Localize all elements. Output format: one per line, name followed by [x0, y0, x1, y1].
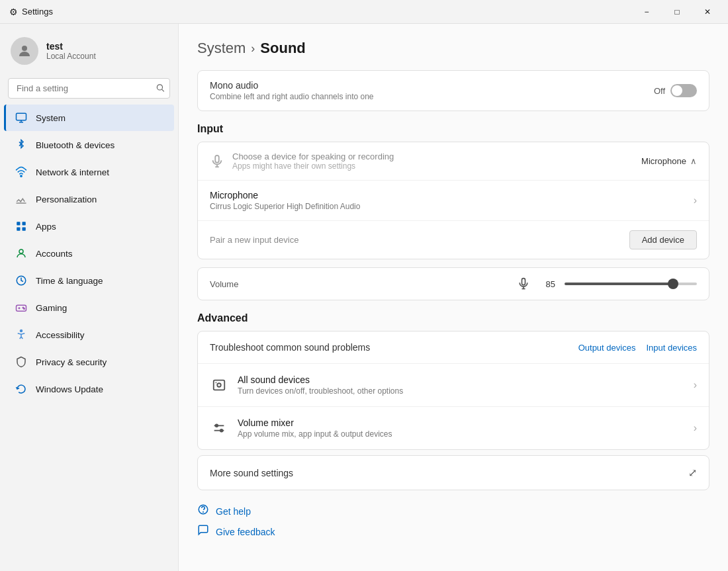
svg-point-29 — [216, 425, 218, 427]
footer-links: Get help Give feedback — [197, 504, 709, 539]
give-feedback-text: Give feedback — [216, 527, 275, 537]
mono-audio-card: Mono audio Combine left and right audio … — [197, 70, 709, 111]
svg-point-0 — [22, 46, 27, 51]
sidebar-item-privacy[interactable]: Privacy & security — [4, 349, 174, 375]
mono-audio-info: Mono audio Combine left and right audio … — [210, 80, 374, 101]
chevron-right-icon: › — [694, 195, 697, 206]
choose-device-row: Choose a device for speaking or recordin… — [198, 142, 709, 181]
troubleshoot-label: Troubleshoot common sound problems — [210, 342, 370, 353]
sidebar-item-label-time: Time & language — [36, 276, 103, 286]
svg-rect-7 — [17, 222, 20, 225]
troubleshoot-links: Output devices Input devices — [578, 343, 697, 353]
microphone-icon-small — [210, 154, 224, 169]
troubleshoot-row: Troubleshoot common sound problems Outpu… — [198, 331, 709, 364]
output-devices-link[interactable]: Output devices — [578, 343, 636, 353]
more-sound-settings-label: More sound settings — [210, 468, 293, 478]
volume-mixer-info: Volume mixer App volume mix, app input &… — [238, 417, 684, 439]
sidebar-item-time[interactable]: Time & language — [4, 267, 174, 294]
sidebar-item-network[interactable]: Network & internet — [4, 159, 174, 185]
search-icon — [156, 83, 165, 92]
sidebar-item-apps[interactable]: Apps — [4, 213, 174, 240]
minimize-button[interactable]: − — [631, 0, 662, 24]
avatar-icon — [17, 43, 32, 59]
app-container: test Local Account — [0, 24, 728, 571]
mono-audio-description: Combine left and right audio channels in… — [210, 92, 374, 101]
svg-point-11 — [19, 249, 23, 253]
mono-audio-toggle[interactable] — [670, 84, 697, 97]
search-bar — [8, 78, 170, 99]
svg-rect-3 — [17, 113, 26, 120]
all-sound-devices-info: All sound devices Turn devices on/off, t… — [238, 374, 684, 396]
sidebar-item-accounts[interactable]: Accounts — [4, 240, 174, 267]
all-sound-devices-row[interactable]: All sound devices Turn devices on/off, t… — [198, 364, 709, 407]
more-sound-settings-row[interactable]: More sound settings ⤢ — [197, 455, 709, 490]
pair-device-text: Pair a new input device — [210, 235, 298, 245]
all-sound-devices-chevron: › — [694, 379, 697, 391]
search-icon-button[interactable] — [156, 83, 165, 94]
nav-menu: System Bluetooth & devices — [0, 104, 178, 403]
breadcrumb-parent: System — [197, 40, 246, 57]
sidebar-item-system[interactable]: System — [4, 105, 174, 131]
get-help-link[interactable]: Get help — [197, 504, 709, 519]
svg-point-18 — [21, 330, 23, 332]
breadcrumb-separator: › — [251, 42, 255, 56]
mono-audio-toggle-container: Off — [654, 84, 697, 97]
svg-point-31 — [220, 429, 223, 432]
advanced-section-title: Advanced — [197, 312, 709, 324]
external-link-icon: ⤢ — [688, 466, 697, 479]
maximize-button[interactable]: □ — [662, 0, 692, 24]
choose-device-text-area: Choose a device for speaking or recordin… — [232, 152, 394, 171]
search-input[interactable] — [8, 78, 170, 99]
sidebar-item-label-accessibility: Accessibility — [36, 330, 85, 340]
volume-value: 85 — [539, 279, 555, 289]
titlebar: ⚙ Settings − □ ✕ — [0, 0, 728, 24]
svg-point-6 — [21, 175, 22, 177]
sidebar-item-windows-update[interactable]: Windows Update — [4, 376, 174, 402]
close-button[interactable]: ✕ — [692, 0, 723, 24]
sound-devices-icon — [210, 376, 228, 394]
breadcrumb-current: Sound — [260, 40, 305, 57]
sidebar: test Local Account — [0, 24, 179, 571]
mono-audio-title: Mono audio — [210, 80, 374, 91]
sidebar-item-label-accounts: Accounts — [36, 249, 73, 259]
sidebar-item-personalization[interactable]: Personalization — [4, 186, 174, 212]
sidebar-item-bluetooth[interactable]: Bluetooth & devices — [4, 132, 174, 158]
mono-audio-toggle-label: Off — [654, 86, 665, 96]
all-sound-devices-title: All sound devices — [238, 374, 684, 385]
volume-mixer-icon — [210, 419, 228, 437]
get-help-text: Get help — [216, 506, 251, 517]
add-device-button[interactable]: Add device — [629, 230, 697, 249]
accounts-icon — [15, 247, 28, 260]
user-info: test Local Account — [46, 41, 96, 61]
windows-update-icon — [15, 382, 28, 396]
choose-device-text: Choose a device for speaking or recordin… — [232, 152, 394, 161]
svg-point-1 — [157, 84, 162, 89]
svg-point-17 — [24, 308, 25, 310]
svg-rect-9 — [17, 228, 20, 231]
advanced-card: Troubleshoot common sound problems Outpu… — [197, 331, 709, 450]
sidebar-item-label-personalization: Personalization — [36, 195, 97, 204]
mono-audio-row: Mono audio Combine left and right audio … — [198, 71, 709, 110]
personalization-icon — [15, 193, 28, 206]
volume-label: Volume — [210, 279, 508, 289]
sidebar-item-gaming[interactable]: Gaming — [4, 294, 174, 321]
all-sound-devices-description: Turn devices on/off, troubleshoot, other… — [238, 386, 684, 396]
give-feedback-icon — [197, 524, 209, 539]
sidebar-item-label-apps: Apps — [36, 222, 56, 232]
give-feedback-link[interactable]: Give feedback — [197, 524, 709, 539]
user-profile[interactable]: test Local Account — [0, 24, 178, 75]
device-selector[interactable]: Microphone ∧ — [641, 156, 697, 166]
volume-mixer-title: Volume mixer — [238, 417, 684, 428]
microphone-row[interactable]: Microphone Cirrus Logic Superior High De… — [198, 181, 709, 221]
microphone-description: Cirrus Logic Superior High Definition Au… — [210, 202, 360, 211]
settings-icon: ⚙ — [9, 7, 18, 17]
volume-slider[interactable] — [565, 283, 697, 285]
sidebar-item-accessibility[interactable]: Accessibility — [4, 322, 174, 348]
input-section-title: Input — [197, 123, 709, 135]
privacy-icon — [15, 355, 28, 369]
breadcrumb: System › Sound — [197, 40, 709, 57]
sidebar-item-label-system: System — [36, 113, 66, 123]
volume-mixer-row[interactable]: Volume mixer App volume mix, app input &… — [198, 407, 709, 449]
input-devices-link[interactable]: Input devices — [646, 343, 697, 353]
svg-point-33 — [203, 511, 204, 512]
